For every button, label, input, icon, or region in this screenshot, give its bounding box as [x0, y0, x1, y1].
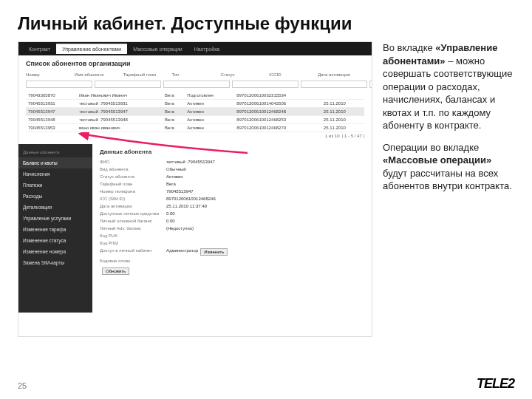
table-row-selected[interactable]: 79045513947тестовый .79045513947ВегаАкти… — [26, 108, 364, 116]
table-row[interactable]: 79043305870Иван Иванович ИваничВегаПодго… — [26, 92, 364, 100]
pager-info: 1 из 10 — [325, 134, 339, 138]
filter-number-input[interactable] — [26, 81, 92, 88]
list-title: Список абонентов организации — [18, 55, 372, 70]
filter-type-input[interactable] — [232, 81, 299, 88]
change-button[interactable]: Изменить — [200, 248, 228, 256]
details-title: Данные абонента — [100, 149, 364, 155]
table-row[interactable]: 79045513948тестовый .79045513948ВегаАкти… — [26, 116, 364, 124]
tele2-logo: TELE2 — [477, 376, 514, 392]
sidebar-item-expenses[interactable]: Расходы — [18, 191, 92, 202]
tab-subscribers[interactable]: Управление абонентами — [56, 44, 127, 54]
app-screenshot: Контракт Управление абонентами Массовые … — [18, 41, 372, 337]
filter-status-input[interactable] — [301, 81, 367, 88]
page-number: 25 — [18, 381, 27, 390]
sidebar-item-tariff[interactable]: Изменение тарифа — [18, 224, 92, 235]
sidebar-item-charges[interactable]: Начисления — [18, 168, 92, 180]
filter-name-input[interactable] — [95, 81, 161, 88]
sidebar-item-number[interactable]: Изменение номера — [18, 246, 92, 257]
pager-range: | 1 - 5 / 47 | — [342, 134, 364, 138]
filter-plan-input[interactable] — [163, 81, 230, 88]
sidebar-header: Данные абонента — [18, 149, 92, 157]
page-title: Личный кабинет. Доступные функции — [18, 13, 514, 34]
sidebar-item-services[interactable]: Управление услугами — [18, 213, 92, 224]
tab-mass-ops[interactable]: Массовые операции — [127, 44, 188, 54]
table-row[interactable]: 79045513931тестовый .79045513931ВегаАкти… — [26, 100, 364, 108]
subscriber-details: Данные абонента ФИОтестовый .79045513947… — [92, 144, 372, 313]
details-sidebar: Данные абонента Баланс и квоты Начислени… — [18, 144, 92, 313]
sidebar-item-balance[interactable]: Баланс и квоты — [18, 157, 92, 168]
filter-headers: НомерИмя абонентаТарифный планТипСтатусI… — [18, 70, 372, 79]
sidebar-item-payments[interactable]: Платежи — [18, 180, 92, 191]
update-button[interactable]: Обновить — [102, 267, 129, 275]
filter-iccid-input[interactable] — [369, 81, 372, 88]
sidebar-item-sim[interactable]: Замена SIM-карты — [18, 257, 92, 268]
top-tabs: Контракт Управление абонентами Массовые … — [18, 42, 372, 55]
tab-settings[interactable]: Настройка — [188, 44, 225, 54]
explanation-text: Во вкладке «Управление абонентами» – мож… — [383, 41, 514, 337]
subscribers-table: 79043305870Иван Иванович ИваничВегаПодго… — [26, 92, 364, 132]
table-row[interactable]: 79045513953вано иван ивановичВегаАктивен… — [26, 124, 364, 132]
sidebar-item-status[interactable]: Изменение статуса — [18, 235, 92, 246]
sidebar-item-detail[interactable]: Детализация — [18, 202, 92, 213]
tab-contract[interactable]: Контракт — [23, 44, 56, 54]
